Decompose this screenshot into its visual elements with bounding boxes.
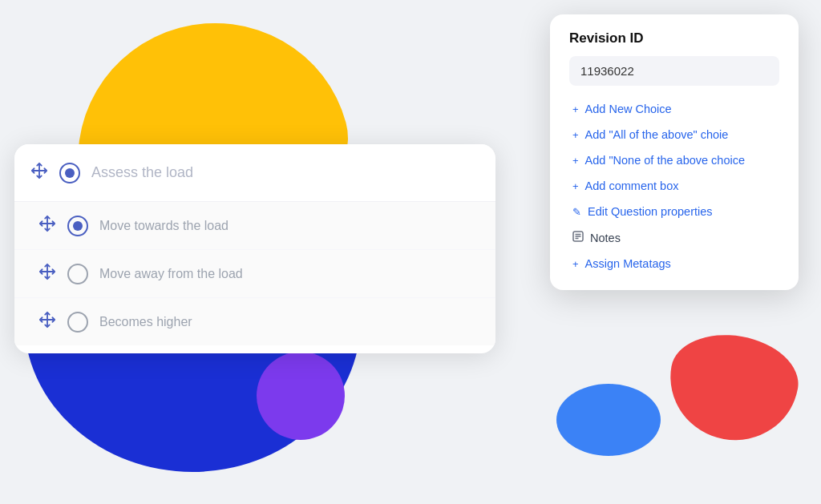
- plus-icon-1: +: [572, 129, 579, 141]
- menu-item-label-1: Add "All of the above" choie: [585, 128, 729, 141]
- menu-item-add-comment-box[interactable]: + Add comment box: [569, 174, 779, 198]
- choice-text-0: Move towards the load: [99, 219, 229, 233]
- choice-row-1: Move away from the load: [14, 250, 495, 298]
- move-icon-1[interactable]: [38, 263, 56, 284]
- menu-item-label-4: Edit Question properties: [588, 205, 713, 218]
- menu-item-add-all-above[interactable]: + Add "All of the above" choie: [569, 123, 779, 147]
- move-icon-main[interactable]: [30, 162, 48, 183]
- plus-icon-0: +: [572, 103, 579, 115]
- blob-red: [661, 325, 805, 450]
- menu-item-label-0: Add New Choice: [585, 103, 672, 115]
- revision-id-label: Revision ID: [569, 30, 779, 46]
- blob-purple: [257, 352, 345, 440]
- edit-icon: ✎: [572, 206, 581, 218]
- scene: Assess the load Move towards the load Mo…: [0, 0, 821, 504]
- menu-item-label-5: Notes: [590, 232, 621, 244]
- menu-item-label-6: Assign Metatags: [585, 257, 671, 270]
- plus-icon-2: +: [572, 155, 579, 167]
- blob-blue-light: [556, 384, 661, 456]
- question-main-text: Assess the load: [91, 164, 193, 181]
- radio-empty-1[interactable]: [67, 264, 88, 284]
- notes-icon: [572, 231, 584, 244]
- move-icon-0[interactable]: [38, 215, 56, 236]
- menu-item-label-3: Add comment box: [585, 179, 679, 192]
- menu-item-assign-metatags[interactable]: + Assign Metatags: [569, 252, 779, 276]
- menu-item-edit-question-props[interactable]: ✎ Edit Question properties: [569, 200, 779, 224]
- question-card: Assess the load Move towards the load Mo…: [14, 144, 495, 353]
- menu-item-add-new-choice[interactable]: + Add New Choice: [569, 97, 779, 121]
- plus-icon-3: +: [572, 180, 579, 192]
- radio-filled-0[interactable]: [67, 216, 88, 236]
- move-icon-2[interactable]: [38, 311, 56, 333]
- plus-icon-6: +: [572, 258, 579, 270]
- question-row-main: Assess the load: [14, 144, 495, 202]
- menu-item-add-none-above[interactable]: + Add "None of the above choice: [569, 148, 779, 172]
- radio-filled-main[interactable]: [59, 163, 80, 183]
- radio-empty-2[interactable]: [67, 312, 88, 333]
- choice-row-0: Move towards the load: [14, 202, 495, 250]
- menu-item-notes[interactable]: Notes: [569, 225, 779, 250]
- choice-text-2: Becomes higher: [99, 315, 192, 329]
- popup-card: Revision ID 11936022 + Add New Choice + …: [550, 14, 799, 290]
- context-menu-list: + Add New Choice + Add "All of the above…: [569, 97, 779, 276]
- revision-id-value: 11936022: [569, 56, 779, 86]
- menu-item-label-2: Add "None of the above choice: [585, 154, 745, 167]
- choice-text-1: Move away from the load: [99, 267, 243, 281]
- choice-row-2: Becomes higher: [14, 298, 495, 345]
